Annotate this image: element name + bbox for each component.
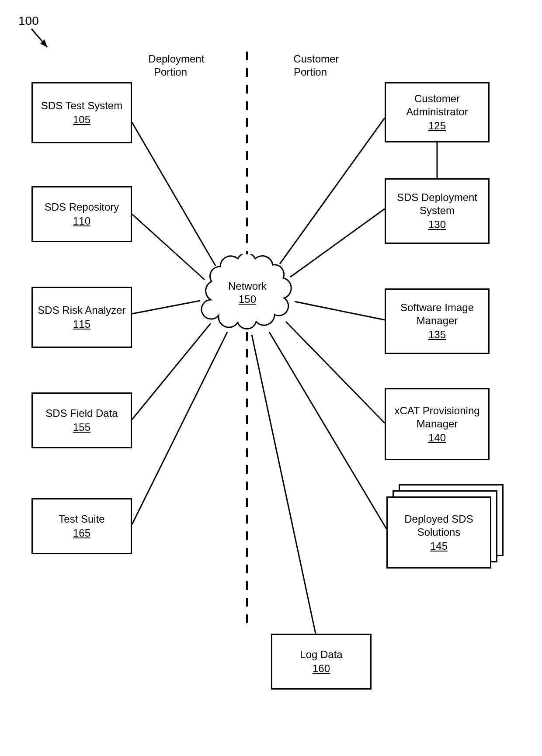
node-label: Customer Administrator xyxy=(388,92,486,118)
header-right-text: Customer Portion xyxy=(293,53,339,78)
svg-marker-1 xyxy=(40,39,47,47)
node-software-image-manager: Software Image Manager 135 xyxy=(385,288,490,354)
node-log-data: Log Data 160 xyxy=(271,634,372,690)
node-label: Test Suite xyxy=(59,513,104,526)
node-sds-deployment-system: SDS Deployment System 130 xyxy=(385,178,490,244)
node-ref: 135 xyxy=(428,328,446,341)
node-sds-test-system: SDS Test System 105 xyxy=(31,82,132,143)
svg-line-8 xyxy=(132,332,227,524)
svg-line-15 xyxy=(252,335,316,634)
node-ref: 125 xyxy=(428,119,446,132)
svg-line-9 xyxy=(280,118,385,264)
node-sds-repository: SDS Repository 110 xyxy=(31,186,132,242)
header-right: Customer Portion xyxy=(260,39,361,92)
node-sds-risk-analyzer: SDS Risk Analyzer 115 xyxy=(31,287,132,348)
header-left: Deployment Portion xyxy=(120,39,221,92)
diagram-canvas: 100 Deployment Portion xyxy=(0,0,542,756)
node-test-suite: Test Suite 165 xyxy=(31,498,132,554)
node-label: SDS Risk Analyzer xyxy=(38,304,125,317)
node-label: SDS Repository xyxy=(45,201,119,214)
figure-number-text: 100 xyxy=(18,14,39,28)
node-ref: 110 xyxy=(73,215,90,228)
network-cloud: Network 150 xyxy=(199,254,296,334)
svg-line-5 xyxy=(132,214,205,280)
node-ref: 140 xyxy=(428,431,446,444)
node-ref: 145 xyxy=(430,540,448,553)
svg-line-13 xyxy=(269,332,386,529)
node-ref: 160 xyxy=(313,662,330,675)
network-label-text: Network xyxy=(199,280,296,293)
node-deployed-sds-solutions: Deployed SDS Solutions 145 xyxy=(386,496,491,569)
node-label: Deployed SDS Solutions xyxy=(389,513,488,539)
figure-number: 100 xyxy=(18,14,39,28)
node-xcat-provisioning-manager: xCAT Provisioning Manager 140 xyxy=(385,388,490,460)
svg-line-4 xyxy=(132,122,215,266)
node-sds-field-data: SDS Field Data 155 xyxy=(31,392,132,448)
network-ref: 150 xyxy=(199,293,296,306)
node-label: SDS Deployment System xyxy=(388,191,486,217)
node-ref: 130 xyxy=(428,218,446,231)
header-left-text: Deployment Portion xyxy=(148,53,204,78)
node-ref: 105 xyxy=(73,113,90,126)
node-label: SDS Field Data xyxy=(45,407,118,420)
node-label: SDS Test System xyxy=(41,99,122,112)
node-label: Software Image Manager xyxy=(388,301,486,327)
node-ref: 115 xyxy=(73,318,90,331)
node-ref: 155 xyxy=(73,421,90,434)
svg-line-11 xyxy=(295,302,385,320)
node-label: xCAT Provisioning Manager xyxy=(388,404,486,430)
svg-line-0 xyxy=(31,29,47,47)
node-ref: 165 xyxy=(73,527,90,540)
svg-line-12 xyxy=(286,322,385,423)
node-customer-administrator: Customer Administrator 125 xyxy=(385,82,490,142)
svg-line-7 xyxy=(132,323,211,420)
node-label: Log Data xyxy=(300,648,342,661)
svg-line-6 xyxy=(132,301,200,314)
network-label: Network 150 xyxy=(199,280,296,306)
svg-line-10 xyxy=(290,209,385,277)
